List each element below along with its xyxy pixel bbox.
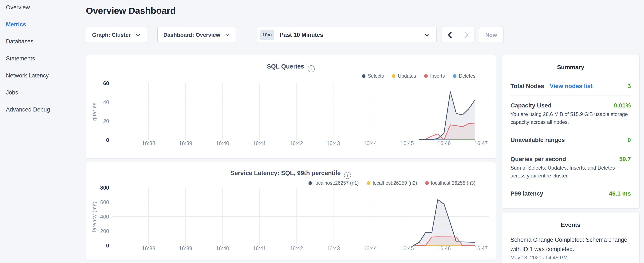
summary-row-queries-per-second: Queries per second 59.7 <box>510 156 631 163</box>
events-title: Events <box>502 221 639 228</box>
chart-title-row: Service Latency: SQL, 99th percentilei <box>86 170 496 179</box>
summary-row-label: Total Nodes <box>510 83 544 90</box>
y-axis-label: latency (ms) <box>92 201 97 232</box>
chart-svg: 020040060080016:3816:3916:4016:4116:4216… <box>86 185 496 253</box>
legend-item-inserts[interactable]: Inserts <box>424 73 445 79</box>
sidebar-item-network-latency[interactable]: Network Latency <box>6 73 50 79</box>
summary-row-description: You are using 28.6 MiB of 515.9 GiB usab… <box>510 110 631 126</box>
sidebar-item-overview[interactable]: Overview <box>6 5 50 11</box>
sidebar-item-databases[interactable]: Databases <box>6 39 50 45</box>
app-root: Overview Metrics Databases Statements Ne… <box>0 0 644 263</box>
x-axis-tick-label: 16:39 <box>179 140 192 146</box>
events-panel: Events Schema Change Completed: Schema c… <box>502 213 640 263</box>
y-axis-tick-label: 400 <box>100 214 109 220</box>
summary-row-value: 3 <box>628 83 631 90</box>
sidebar-item-advanced-debug[interactable]: Advanced Debug <box>6 107 50 113</box>
x-axis-tick-label: 16:42 <box>290 245 303 251</box>
sidebar-item-statements[interactable]: Statements <box>6 56 50 62</box>
time-window-badge: 10m <box>260 30 274 40</box>
time-step-forward-button[interactable] <box>458 27 475 43</box>
x-axis-tick-label: 16:44 <box>364 140 377 146</box>
summary-row-p99-latency: P99 latency 46.1 ms <box>510 190 631 197</box>
now-button[interactable]: Now <box>479 27 504 43</box>
summary-row-label: Unavailable ranges <box>510 137 565 143</box>
time-step-buttons <box>442 27 475 43</box>
divider <box>510 96 631 96</box>
x-axis-tick-label: 16:39 <box>179 245 192 251</box>
chevron-down-icon <box>424 34 430 37</box>
chart-title: SQL Queries <box>267 63 304 70</box>
chart-svg: 020406016:3816:3916:4016:4116:4216:4316:… <box>86 81 496 148</box>
x-axis-tick-label: 16:47 <box>474 140 488 146</box>
graph-scope-dropdown[interactable]: Graph: Cluster <box>86 27 147 43</box>
x-axis-tick-label: 16:41 <box>253 245 266 251</box>
x-axis-tick-label: 16:46 <box>437 245 451 251</box>
summary-row-value: 59.7 <box>619 156 631 163</box>
controls-divider <box>247 27 247 43</box>
legend-item-updates[interactable]: Updates <box>392 73 416 79</box>
x-axis-tick-label: 16:45 <box>400 140 414 146</box>
legend-dot <box>362 74 366 78</box>
event-item-timestamp: May 13, 2020 at 4:45 PM <box>510 255 632 261</box>
sql-queries-chart-card: SQL Queriesi SelectsUpdatesInsertsDelete… <box>86 54 496 158</box>
dashboard-dropdown[interactable]: Dashboard: Overview <box>157 27 236 43</box>
sidebar-item-jobs[interactable]: Jobs <box>6 90 50 96</box>
time-window-label: Past 10 Minutes <box>280 32 323 38</box>
legend-label: Updates <box>398 73 416 79</box>
y-axis-tick-label: 600 <box>100 199 109 205</box>
chart-plot-area[interactable]: 020040060080016:3816:3916:4016:4116:4216… <box>86 185 496 254</box>
summary-row-total-nodes: Total Nodes View nodes list 3 <box>510 83 631 90</box>
view-nodes-list-link[interactable]: View nodes list <box>550 83 592 90</box>
legend-item-deletes[interactable]: Deletes <box>453 73 476 79</box>
divider <box>510 184 631 184</box>
y-axis-tick-label: 20 <box>103 118 109 124</box>
legend-label: Selects <box>368 73 384 79</box>
summary-row-label: Queries per second <box>510 156 566 163</box>
legend-dot <box>425 181 429 185</box>
dashboard-dropdown-label: Dashboard: Overview <box>163 32 220 38</box>
event-item-text[interactable]: Schema Change Completed: Schema change w… <box>510 235 632 254</box>
x-axis-tick-label: 16:38 <box>142 140 156 146</box>
chevron-down-icon <box>225 34 230 36</box>
chevron-left-icon <box>448 31 452 39</box>
y-axis-tick-label: 60 <box>103 81 109 86</box>
info-icon[interactable]: i <box>344 172 351 179</box>
legend-dot <box>367 181 370 185</box>
y-axis-tick-label: 0 <box>106 242 109 248</box>
legend-label: Inserts <box>430 73 445 79</box>
summary-row-description: Sum of Selects, Updates, Inserts, and De… <box>510 164 631 180</box>
time-window-dropdown[interactable]: 10m Past 10 Minutes <box>257 27 436 43</box>
summary-row-value: 0.01% <box>614 102 631 109</box>
x-axis-tick-label: 16:45 <box>400 245 414 251</box>
series-area <box>413 200 474 245</box>
x-axis-tick-label: 16:46 <box>437 140 451 146</box>
x-axis-tick-label: 16:42 <box>290 140 303 146</box>
page-title: Overview Dashboard <box>86 6 176 16</box>
legend-dot <box>424 74 428 78</box>
legend-dot <box>453 74 456 78</box>
legend-dot <box>392 74 396 78</box>
summary-row-value: 46.1 ms <box>609 190 631 197</box>
x-axis-tick-label: 16:43 <box>326 140 340 146</box>
info-icon[interactable]: i <box>308 65 315 72</box>
divider <box>510 149 631 149</box>
chart-title: Service Latency: SQL, 99th percentile <box>230 170 341 176</box>
x-axis-tick-label: 16:38 <box>142 245 156 251</box>
y-axis-label: queries <box>92 103 97 121</box>
summary-row-unavailable-ranges: Unavailable ranges 0 <box>510 137 631 143</box>
sidebar-item-metrics[interactable]: Metrics <box>6 22 50 28</box>
x-axis-tick-label: 16:40 <box>216 140 229 146</box>
chart-legend: SelectsUpdatesInsertsDeletes <box>362 73 476 79</box>
summary-row-label: P99 latency <box>510 190 543 197</box>
time-step-back-button[interactable] <box>442 27 458 43</box>
summary-panel: Summary Total Nodes View nodes list 3 Ca… <box>502 54 640 208</box>
x-axis-tick-label: 16:43 <box>326 245 340 251</box>
chevron-down-icon <box>136 34 140 36</box>
legend-item-selects[interactable]: Selects <box>362 73 384 79</box>
x-axis-tick-label: 16:47 <box>474 245 488 251</box>
y-axis-tick-label: 40 <box>103 99 109 105</box>
summary-row-capacity-used: Capacity Used 0.01% <box>510 102 631 109</box>
summary-title: Summary <box>502 64 639 71</box>
chart-plot-area[interactable]: 020406016:3816:3916:4016:4116:4216:4316:… <box>86 81 496 149</box>
legend-dot <box>308 181 312 185</box>
